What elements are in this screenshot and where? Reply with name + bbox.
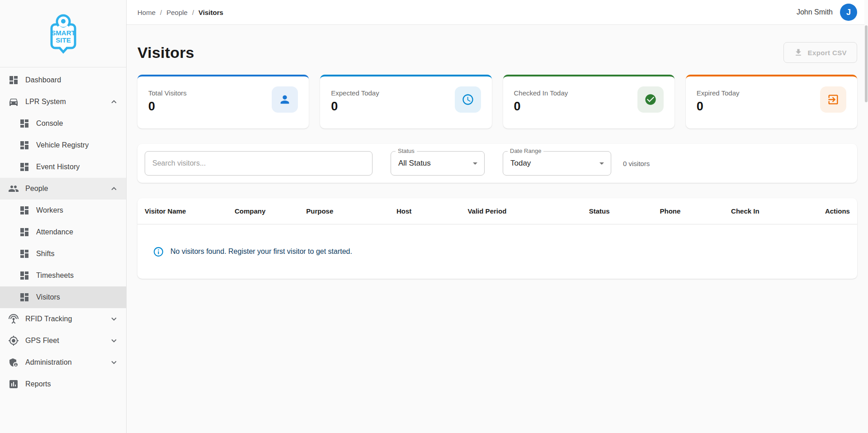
sidebar-item-label: GPS Fleet [25, 337, 109, 345]
sidebar-item-label: People [25, 185, 109, 193]
avatar[interactable]: J [840, 4, 857, 21]
sidebar-item-reports[interactable]: Reports [0, 373, 126, 395]
sidebar-item-workers[interactable]: Workers [0, 200, 126, 221]
dashboard-icon [19, 227, 30, 238]
stat-value: 0 [697, 100, 740, 114]
empty-state-alert: No visitors found. Register your first v… [153, 246, 352, 257]
date-range-select[interactable]: Date Range Today [503, 151, 611, 176]
sidebar-item-label: Administration [25, 358, 109, 366]
export-csv-label: Export CSV [807, 49, 847, 57]
sidebar-item-event-history[interactable]: Event History [0, 156, 126, 178]
sidebar-item-label: RFID Tracking [25, 315, 109, 323]
main-area: Home / People / Visitors John Smith J Vi… [127, 0, 868, 433]
people-icon [8, 183, 19, 194]
visitors-table: Visitor Name Company Purpose Host Valid … [137, 198, 857, 279]
sidebar-item-dashboard[interactable]: Dashboard [0, 69, 126, 91]
scrollbar-thumb[interactable] [865, 25, 868, 102]
bar-chart-icon [8, 379, 19, 390]
column-header-actions: Actions [802, 207, 850, 215]
car-icon [8, 96, 19, 107]
sidebar-item-lpr-system[interactable]: LPR System [0, 91, 126, 113]
sidebar-item-rfid-tracking[interactable]: RFID Tracking [0, 308, 126, 330]
visitor-count: 0 visitors [623, 160, 650, 167]
breadcrumb: Home / People / Visitors [137, 9, 223, 16]
dashboard-icon [8, 75, 19, 86]
column-header-host: Host [396, 207, 468, 215]
export-csv-button[interactable]: Export CSV [783, 42, 857, 63]
breadcrumb-separator: / [192, 9, 194, 16]
dashboard-icon [19, 270, 30, 281]
chevron-down-icon [109, 336, 119, 346]
breadcrumb-separator: / [160, 9, 162, 16]
column-header-phone: Phone [660, 207, 731, 215]
info-icon [153, 246, 164, 257]
sidebar-item-label: Console [36, 119, 126, 128]
page-content: Visitors Export CSV Total Visitors 0 [127, 25, 868, 433]
sidebar-item-gps-fleet[interactable]: GPS Fleet [0, 330, 126, 352]
stat-label: Expected Today [331, 89, 379, 97]
stat-label: Total Visitors [148, 89, 187, 97]
sidebar-nav: Dashboard LPR System Console Vehicle Reg… [0, 67, 126, 395]
empty-state-row: No visitors found. Register your first v… [137, 224, 857, 279]
sidebar-item-administration[interactable]: Administration [0, 352, 126, 373]
stat-value: 0 [514, 100, 568, 114]
dropdown-arrow-icon [596, 158, 607, 169]
admin-shield-icon [8, 357, 19, 368]
column-header-valid-period: Valid Period [467, 207, 589, 215]
dashboard-icon [19, 118, 30, 129]
breadcrumb-home[interactable]: Home [137, 9, 156, 16]
sidebar-item-label: Visitors [36, 293, 126, 301]
sidebar-item-label: Timesheets [36, 271, 126, 280]
stat-card-checked-in-today: Checked In Today 0 [503, 75, 675, 128]
exit-icon [820, 86, 846, 113]
clock-icon [455, 86, 481, 113]
status-select[interactable]: Status All Status [391, 151, 485, 176]
stat-card-expired-today: Expired Today 0 [686, 75, 857, 128]
status-select-label: Status [396, 148, 417, 154]
empty-state-message: No visitors found. Register your first v… [170, 247, 352, 256]
gps-icon [8, 335, 19, 346]
check-circle-icon [637, 86, 664, 113]
sidebar-item-attendance[interactable]: Attendance [0, 221, 126, 243]
status-select-value: All Status [398, 159, 431, 168]
app-root: SMART SITE Dashboard LPR System Console … [0, 0, 868, 433]
sidebar-item-label: LPR System [25, 98, 109, 106]
sidebar-item-console[interactable]: Console [0, 113, 126, 134]
sidebar-item-timesheets[interactable]: Timesheets [0, 265, 126, 286]
dropdown-arrow-icon [470, 158, 481, 169]
dashboard-icon [19, 205, 30, 216]
sidebar-item-visitors[interactable]: Visitors [0, 286, 126, 308]
breadcrumb-current: Visitors [198, 9, 223, 16]
stat-cards: Total Visitors 0 Expected Today 0 [137, 75, 857, 128]
topbar-user-section: John Smith J [797, 4, 857, 21]
column-header-company: Company [235, 207, 306, 215]
dashboard-icon [19, 162, 30, 172]
top-bar: Home / People / Visitors John Smith J [127, 0, 868, 25]
svg-text:SMART: SMART [51, 29, 75, 37]
sidebar-item-shifts[interactable]: Shifts [0, 243, 126, 265]
stat-card-total-visitors: Total Visitors 0 [137, 75, 309, 128]
stat-value: 0 [331, 100, 379, 114]
sidebar-item-label: Attendance [36, 228, 126, 236]
column-header-purpose: Purpose [306, 207, 396, 215]
sidebar-item-people[interactable]: People [0, 178, 126, 200]
chevron-up-icon [109, 97, 119, 107]
sidebar-item-label: Event History [36, 163, 126, 171]
smart-site-logo-icon: SMART SITE [42, 12, 85, 55]
page-scrollbar[interactable] [864, 0, 868, 433]
column-header-check-in: Check In [731, 207, 802, 215]
svg-text:SITE: SITE [56, 36, 71, 44]
sidebar-item-label: Reports [25, 380, 126, 388]
date-range-select-value: Today [510, 159, 531, 168]
breadcrumb-people[interactable]: People [166, 9, 188, 16]
search-input[interactable] [145, 151, 373, 176]
dashboard-icon [19, 140, 30, 151]
column-header-visitor-name: Visitor Name [145, 207, 235, 215]
stat-label: Expired Today [697, 89, 740, 97]
column-header-status: Status [589, 207, 660, 215]
person-icon [272, 86, 298, 113]
sidebar-item-label: Dashboard [25, 76, 126, 84]
app-logo: SMART SITE [0, 0, 126, 67]
chevron-up-icon [109, 184, 119, 194]
sidebar-item-vehicle-registry[interactable]: Vehicle Registry [0, 134, 126, 156]
